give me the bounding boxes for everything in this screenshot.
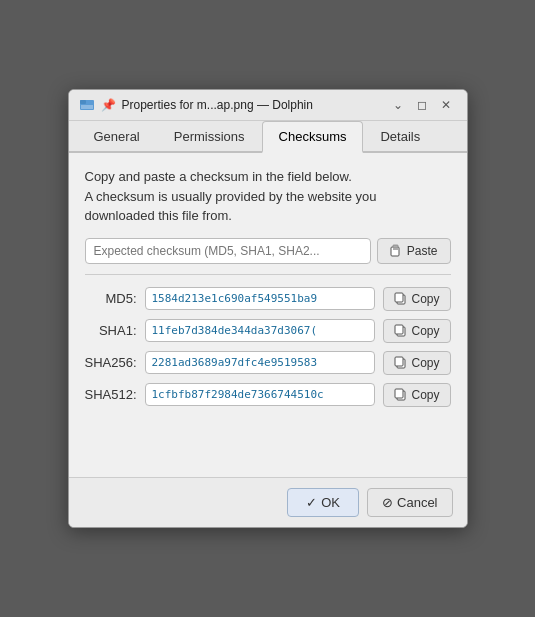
minimize-button[interactable]: ⌄ (387, 96, 409, 114)
copy-icon (394, 388, 407, 401)
pin-icon: 📌 (101, 98, 116, 112)
ok-button[interactable]: ✓ OK (287, 488, 359, 517)
app-icon (79, 97, 95, 113)
sha1-copy-button[interactable]: Copy (383, 319, 450, 343)
md5-value[interactable] (145, 287, 376, 310)
sha256-copy-button[interactable]: Copy (383, 351, 450, 375)
sha1-label: SHA1: (85, 323, 137, 338)
sha512-label: SHA512: (85, 387, 137, 402)
sha512-copy-button[interactable]: Copy (383, 383, 450, 407)
window-controls: ⌄ ◻ ✕ (387, 96, 457, 114)
sha256-label: SHA256: (85, 355, 137, 370)
cancel-button[interactable]: ⊘ Cancel (367, 488, 452, 517)
md5-row: MD5: Copy (85, 287, 451, 311)
tab-permissions[interactable]: Permissions (157, 121, 262, 153)
sha256-value[interactable] (145, 351, 376, 374)
svg-rect-1 (80, 100, 86, 104)
sha256-row: SHA256: Copy (85, 351, 451, 375)
tab-content: Copy and paste a checksum in the field b… (69, 153, 467, 477)
titlebar: 📌 Properties for m...ap.png — Dolphin ⌄ … (69, 90, 467, 121)
footer: ✓ OK ⊘ Cancel (69, 477, 467, 527)
tab-general[interactable]: General (77, 121, 157, 153)
maximize-button[interactable]: ◻ (411, 96, 433, 114)
window-title: Properties for m...ap.png — Dolphin (122, 98, 381, 112)
copy-icon (394, 356, 407, 369)
checksum-input[interactable] (85, 238, 371, 264)
divider (85, 274, 451, 275)
svg-rect-2 (81, 105, 93, 109)
sha512-value[interactable] (145, 383, 376, 406)
checkmark-icon: ✓ (306, 495, 317, 510)
tab-checksums[interactable]: Checksums (262, 121, 364, 153)
copy-icon (394, 324, 407, 337)
svg-rect-7 (395, 293, 403, 302)
copy-icon (394, 292, 407, 305)
svg-rect-13 (395, 389, 403, 398)
md5-label: MD5: (85, 291, 137, 306)
svg-rect-5 (393, 248, 398, 250)
tab-details[interactable]: Details (363, 121, 437, 153)
sha1-value[interactable] (145, 319, 376, 342)
svg-rect-9 (395, 325, 403, 334)
sha512-row: SHA512: Copy (85, 383, 451, 407)
paste-button[interactable]: Paste (377, 238, 451, 264)
svg-rect-11 (395, 357, 403, 366)
svg-rect-4 (393, 245, 398, 248)
sha1-row: SHA1: Copy (85, 319, 451, 343)
tab-bar: General Permissions Checksums Details (69, 121, 467, 153)
main-window: 📌 Properties for m...ap.png — Dolphin ⌄ … (68, 89, 468, 528)
md5-copy-button[interactable]: Copy (383, 287, 450, 311)
cancel-icon: ⊘ (382, 495, 393, 510)
paste-icon (390, 244, 403, 257)
spacer (85, 415, 451, 465)
description-text: Copy and paste a checksum in the field b… (85, 167, 451, 226)
checksum-input-row: Paste (85, 238, 451, 264)
close-button[interactable]: ✕ (435, 96, 457, 114)
